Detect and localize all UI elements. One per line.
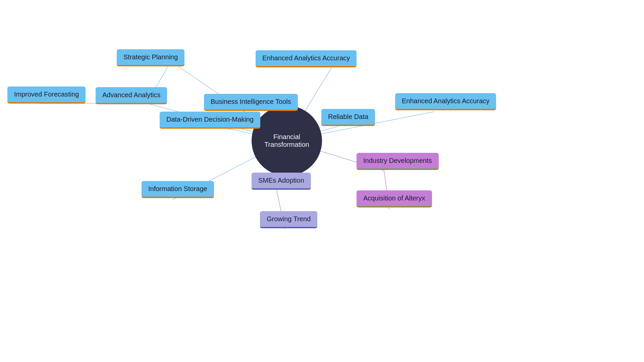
node-information-storage[interactable]: Information Storage (142, 181, 214, 198)
node-bi-tools[interactable]: Business Intelligence Tools (204, 94, 298, 111)
node-growing-trend[interactable]: Growing Trend (260, 211, 317, 228)
node-enhanced-analytics-2[interactable]: Enhanced Analytics Accuracy (395, 93, 496, 110)
node-industry-developments[interactable]: Industry Developments (357, 153, 439, 170)
node-improved-forecasting[interactable]: Improved Forecasting (7, 86, 86, 104)
node-advanced-analytics[interactable]: Advanced Analytics (96, 87, 167, 104)
center-node: Financial Transformation (252, 106, 322, 176)
node-strategic-planning[interactable]: Strategic Planning (117, 49, 184, 66)
node-acquisition[interactable]: Acquisition of Alteryx (357, 190, 432, 207)
node-smes-adoption[interactable]: SMEs Adoption (252, 173, 311, 190)
node-reliable-data[interactable]: Reliable Data (321, 109, 375, 126)
node-data-driven[interactable]: Data-Driven Decision-Making (160, 112, 260, 129)
node-enhanced-analytics-1[interactable]: Enhanced Analytics Accuracy (256, 50, 357, 67)
